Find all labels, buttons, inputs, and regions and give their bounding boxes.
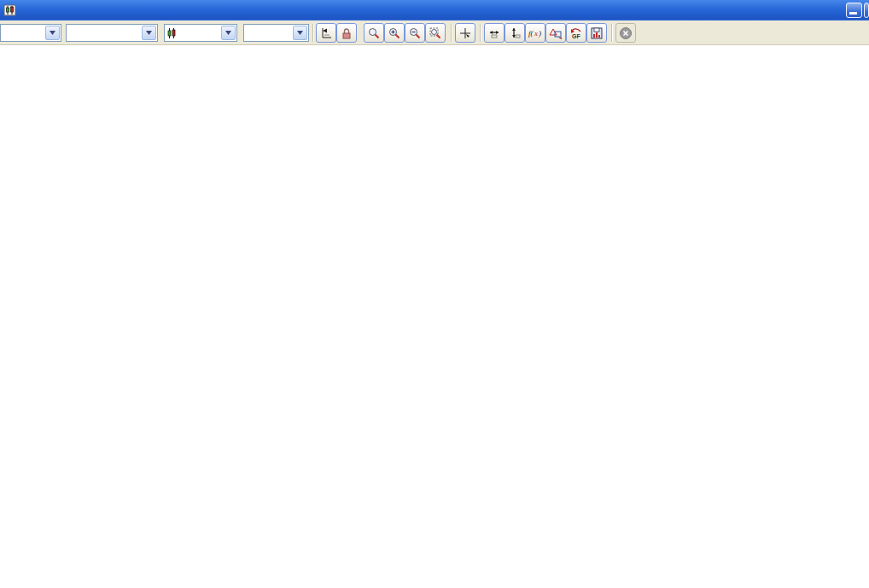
chart-shift-button[interactable]: [316, 23, 336, 43]
gf-tools-button[interactable]: GF: [566, 23, 586, 43]
zoom-out-icon: [408, 26, 422, 40]
maximize-button-clipped[interactable]: [864, 3, 869, 18]
horizontal-scale-button[interactable]: [484, 23, 504, 43]
chevron-down-icon[interactable]: [293, 26, 307, 40]
toolbar: f(x) GF: [0, 20, 869, 45]
shapes-button[interactable]: [545, 23, 566, 43]
window-candlestick-icon: [3, 3, 17, 17]
toolbar-separator: [312, 24, 314, 42]
minimize-button[interactable]: [846, 3, 862, 18]
lock-button[interactable]: [336, 23, 357, 43]
svg-text:): ): [538, 29, 541, 38]
crosshair-button[interactable]: [455, 23, 475, 43]
chevron-down-icon[interactable]: [142, 26, 156, 40]
vertical-arrow-icon: [508, 26, 522, 40]
symbol-dropdown[interactable]: [0, 24, 61, 42]
time-axis: [0, 389, 869, 401]
horizontal-arrow-icon: [487, 26, 501, 40]
svg-text:x: x: [534, 29, 538, 38]
zoom-reset-icon: [367, 26, 381, 40]
chart-type-dropdown[interactable]: [164, 24, 237, 42]
zoom-in-icon: [388, 26, 401, 40]
indicators-button[interactable]: f(x): [525, 23, 545, 43]
lock-icon: [340, 26, 353, 40]
zoom-reset-button[interactable]: [364, 23, 384, 43]
save-template-button[interactable]: [586, 23, 607, 43]
disabled-marker-button: [615, 23, 636, 43]
toolbar-separator: [451, 24, 452, 42]
fx-icon: f(x): [528, 26, 543, 40]
candle-glyph-icon: [167, 27, 177, 39]
floppy-chart-icon: [590, 26, 604, 40]
chevron-down-icon[interactable]: [221, 26, 236, 40]
gf-arrow-icon: GF: [569, 26, 583, 40]
svg-text:f(: f(: [528, 29, 534, 38]
title-bar[interactable]: [0, 0, 869, 20]
price-side-dropdown[interactable]: [243, 24, 309, 42]
candlestick-chart: [0, 45, 869, 588]
toolbar-separator: [480, 24, 481, 42]
zoom-out-button[interactable]: [405, 23, 425, 43]
zoom-box-button[interactable]: [425, 23, 446, 43]
chart-window: f(x) GF: [0, 0, 869, 588]
vertical-scale-button[interactable]: [504, 23, 525, 43]
chevron-down-icon[interactable]: [45, 26, 60, 40]
disabled-circle-x-icon: [619, 26, 633, 40]
shapes-icon: [549, 26, 563, 40]
chart-axis-arrow-icon: [319, 26, 333, 40]
timeframe-dropdown[interactable]: [66, 24, 158, 42]
chart-canvas[interactable]: [0, 45, 869, 588]
crosshair-icon: [458, 26, 472, 40]
zoom-box-icon: [429, 26, 442, 40]
toolbar-separator: [611, 24, 613, 42]
zoom-in-button[interactable]: [384, 23, 405, 43]
svg-text:GF: GF: [572, 33, 580, 39]
